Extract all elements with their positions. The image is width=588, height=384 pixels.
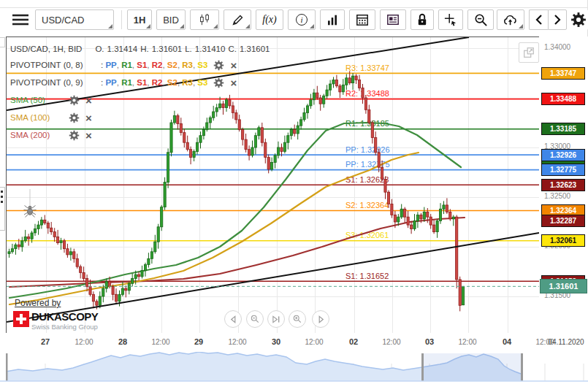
export-button[interactable] (497, 9, 524, 30)
period-select[interactable]: 1H (127, 9, 152, 30)
scroll-right-button[interactable] (548, 9, 567, 30)
pivot-level-link-s2[interactable]: S2 (167, 78, 177, 87)
zoom-out-button[interactable] (467, 9, 494, 30)
chart-legend: USD/CAD, 1H, BID O.1.31414 H.1.31601 L.1… (10, 42, 272, 144)
go-to-latest-button[interactable] (267, 310, 285, 328)
powered-by-link[interactable]: Powered by (15, 298, 61, 308)
close-icon[interactable]: × (85, 112, 92, 123)
chart-navigator[interactable] (0, 352, 588, 384)
navigator-handle-left[interactable] (421, 353, 424, 381)
low-label: L. (185, 45, 192, 53)
pivot-level-link-r2[interactable]: R2 (152, 78, 163, 87)
lock-icon (416, 13, 428, 26)
pivot-level-link-s3[interactable]: S3 (197, 78, 207, 87)
price-axis-label: 1.34000 (544, 43, 570, 51)
panel-drag-handle[interactable] (0, 187, 5, 231)
pivot-level-link-r3[interactable]: R3 (182, 78, 193, 87)
open-in-window-icon (522, 46, 535, 59)
chevron-down-icon (213, 24, 218, 28)
close-icon[interactable]: × (85, 95, 92, 106)
sma-legend-row: SMA (50) × (10, 91, 272, 109)
chevron-down-icon (146, 24, 150, 28)
indicator-name: PIVOTPOINT (0, 9) (10, 78, 101, 87)
pivot-level-link-r1[interactable]: R1 (121, 61, 132, 69)
gear-icon (570, 12, 587, 28)
close-icon[interactable]: × (230, 77, 237, 88)
time-axis[interactable]: 2712:002812:002912:003012:000212:000312:… (0, 333, 588, 352)
price-axis-label: 1.32500 (544, 192, 570, 200)
gear-icon[interactable] (69, 112, 80, 123)
zoom-out-chart-button[interactable] (246, 310, 264, 328)
time-axis-label: 28 (118, 337, 127, 346)
chevron-down-icon (519, 24, 523, 28)
time-axis-label: 12:00 (458, 338, 476, 346)
gear-icon[interactable] (69, 95, 80, 106)
high-label: H. (140, 45, 149, 53)
detach-chart-button[interactable] (519, 42, 539, 63)
dukascopy-logo[interactable]: DUKASCOPY Swiss Banking Group (13, 311, 98, 331)
navigator-handle-right[interactable] (521, 353, 523, 381)
settings-button[interactable] (569, 9, 588, 30)
triangle-right-icon (317, 315, 325, 323)
svg-text:R3: 1.33747: R3: 1.33747 (345, 64, 389, 72)
zoom-in-chart-button[interactable] (289, 310, 306, 328)
open-value: 1.31414 (107, 45, 138, 53)
price-axis-badge: 1.33747 (541, 67, 585, 80)
lock-button[interactable] (411, 9, 434, 30)
news-button[interactable] (380, 9, 406, 30)
left-panel-strip (0, 37, 6, 333)
indicators-button[interactable]: f(x) (256, 9, 283, 30)
pivot-level-link-r2[interactable]: R2 (152, 61, 163, 69)
draw-tools-button[interactable] (224, 9, 251, 30)
navigator-selection[interactable] (423, 353, 521, 381)
gear-icon[interactable] (213, 60, 224, 71)
pivot-level-link-pp[interactable]: PP (105, 61, 116, 69)
crosshair-button[interactable] (438, 9, 463, 30)
instrument-summary: USD/CAD, 1H, BID (10, 45, 82, 53)
calendar-button[interactable] (349, 9, 375, 30)
pivot-level-link-s1[interactable]: S1 (137, 78, 147, 87)
close-icon[interactable]: × (85, 130, 92, 141)
pivot-level-link-r3[interactable]: R3 (182, 61, 193, 69)
indicator-name: SMA (200) (10, 131, 63, 139)
zoom-out-icon (474, 13, 488, 27)
pivot-level-link-r1[interactable]: R1 (121, 78, 132, 87)
price-axis[interactable]: 1.340001.330001.325001.320001.315001.337… (539, 37, 588, 333)
close-label: C. (228, 45, 237, 53)
calendar-icon (356, 13, 369, 26)
indicator-name: SMA (50) (10, 96, 63, 104)
price-axis-badge: 1.33185 (541, 123, 585, 135)
pivot-level-link-s1[interactable]: S1 (137, 61, 147, 69)
skip-to-end-icon (272, 315, 280, 323)
time-axis-label: 12:00 (228, 338, 246, 346)
price-axis-badge: 1.32775 (541, 164, 585, 176)
volume-button[interactable] (320, 9, 345, 30)
pan-right-button[interactable] (312, 310, 329, 328)
pivot-level-link-pp[interactable]: PP (105, 78, 116, 87)
sma-legend-row: SMA (200) × (10, 126, 272, 144)
scroll-left-button[interactable] (529, 9, 548, 30)
price-axis-badge: 1.33488 (541, 93, 585, 105)
svg-text:S2: 1.32364: S2: 1.32364 (345, 201, 389, 210)
info-button[interactable]: i (288, 9, 316, 30)
zoom-out-icon (251, 315, 259, 323)
side-select[interactable]: BID (156, 9, 186, 30)
menu-button[interactable] (9, 9, 32, 30)
fx-icon: f(x) (262, 14, 276, 26)
gear-icon[interactable] (213, 77, 224, 88)
trading-widget: USD/CAD 1H BID f(x) i (0, 0, 588, 384)
instrument-select[interactable]: USD/CAD (35, 9, 114, 30)
pivot-level-link-s2[interactable]: S2 (167, 61, 177, 69)
candlestick-icon (198, 13, 211, 26)
price-axis-badge: 1.32926 (541, 149, 585, 161)
pan-left-button[interactable] (224, 310, 242, 328)
gear-icon[interactable] (69, 130, 80, 141)
open-label: O. (95, 45, 104, 53)
chevron-down-icon (310, 24, 314, 28)
triangle-left-icon (229, 315, 237, 323)
pivot-legend-row: PIVOTPOINT (0, 9) : PP, R1, S1, R2, S2, … (10, 74, 272, 91)
close-icon[interactable]: × (230, 60, 237, 71)
chart-type-button[interactable] (190, 9, 219, 30)
pivot-level-link-s3[interactable]: S3 (197, 61, 207, 69)
crosshair-cursor-icon (444, 13, 457, 26)
